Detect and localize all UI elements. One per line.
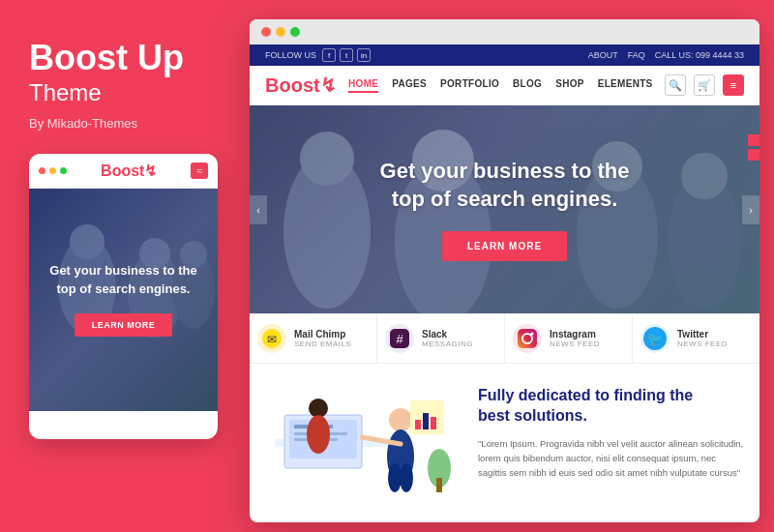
- mobile-dot-green: [60, 167, 67, 174]
- mobile-dot-red: [39, 167, 45, 174]
- instagram-icon: [513, 324, 542, 353]
- svg-point-32: [388, 463, 402, 492]
- menu-button[interactable]: ≡: [723, 74, 744, 96]
- mobile-window-dots: [39, 167, 67, 174]
- social-slack[interactable]: # Slack MESSAGING: [377, 314, 505, 363]
- browser-dot-red: [261, 27, 271, 37]
- hero-side-accent: [748, 134, 759, 161]
- site-logo: Boost↯: [265, 74, 337, 97]
- bottom-illustration: [265, 381, 459, 496]
- browser-dot-green: [290, 27, 300, 37]
- svg-rect-18: [518, 329, 537, 348]
- social-bar: ✉ Mail Chimp SEND EMAILS # Slack MESSAGI…: [250, 313, 759, 364]
- search-button[interactable]: 🔍: [665, 74, 686, 96]
- svg-point-33: [400, 463, 413, 492]
- mailchimp-text: Mail Chimp SEND EMAILS: [294, 329, 351, 348]
- about-link[interactable]: ABOUT: [588, 50, 618, 60]
- brand-title: Boost Up: [29, 39, 211, 77]
- browser-mockup: FOLLOW US f t in ABOUT FAQ CALL US: 099 …: [250, 19, 759, 522]
- svg-point-29: [389, 408, 412, 431]
- browser-dot-yellow: [276, 27, 285, 37]
- instagram-icon[interactable]: in: [357, 48, 371, 62]
- svg-point-13: [681, 153, 728, 199]
- svg-point-7: [300, 132, 354, 186]
- hero-title: Get your business to thetop of search en…: [380, 158, 630, 213]
- svg-point-1: [70, 224, 104, 259]
- hero-prev-button[interactable]: ‹: [250, 195, 267, 224]
- mobile-dot-yellow: [49, 167, 56, 174]
- svg-point-20: [531, 333, 534, 336]
- mailchimp-icon: ✉: [257, 324, 286, 353]
- slack-icon: #: [385, 324, 414, 353]
- mobile-logo: Boost↯: [101, 162, 157, 180]
- facebook-icon[interactable]: f: [322, 48, 336, 62]
- illustration-svg: [265, 381, 459, 492]
- site-nav: Boost↯ HOME PAGES PORTFOLIO BLOG SHOP EL…: [250, 66, 759, 105]
- hero-content: Get your business to thetop of search en…: [380, 158, 630, 260]
- nav-portfolio[interactable]: PORTFOLIO: [440, 78, 499, 93]
- twitter-icon[interactable]: t: [340, 48, 353, 62]
- site-hero: Get your business to thetop of search en…: [250, 105, 759, 313]
- twitter-text: Twitter NEWS FEED: [677, 329, 728, 348]
- follow-us-section: FOLLOW US f t in: [265, 48, 371, 62]
- brand-subtitle: Theme: [29, 79, 211, 106]
- bottom-text: Fully dedicated to finding thebest solut…: [478, 381, 744, 480]
- nav-links: HOME PAGES PORTFOLIO BLOG SHOP ELEMENTS: [348, 78, 653, 93]
- twitter-icon: 🐦: [640, 324, 670, 353]
- hero-learn-more-button[interactable]: LEARN MORE: [442, 231, 567, 261]
- instagram-text: Instagram NEWS FEED: [550, 329, 600, 348]
- slack-text: Slack MESSAGING: [422, 329, 473, 348]
- cart-button[interactable]: 🛒: [694, 74, 715, 96]
- svg-rect-41: [431, 417, 436, 429]
- brand-author: By Mikado-Themes: [29, 116, 211, 131]
- social-follow-icons: f t in: [322, 48, 371, 62]
- accent-dot-1: [748, 134, 759, 146]
- site-bottom-section: Fully dedicated to finding thebest solut…: [250, 364, 759, 514]
- site-topbar: FOLLOW US f t in ABOUT FAQ CALL US: 099 …: [250, 44, 759, 66]
- nav-shop[interactable]: SHOP: [555, 78, 584, 93]
- social-twitter[interactable]: 🐦 Twitter NEWS FEED: [633, 314, 759, 363]
- accent-dot-2: [748, 149, 759, 161]
- social-instagram[interactable]: Instagram NEWS FEED: [505, 314, 633, 363]
- left-panel: Boost Up Theme By Mikado-Themes Boost↯ ≈: [0, 0, 240, 532]
- follow-label: FOLLOW US: [265, 50, 316, 60]
- mobile-hamburger-button[interactable]: ≈: [191, 163, 208, 179]
- mobile-top-bar: Boost↯ ≈: [29, 154, 218, 189]
- svg-rect-37: [436, 478, 442, 492]
- svg-rect-39: [415, 420, 421, 429]
- svg-rect-40: [423, 413, 429, 429]
- nav-icons: 🔍 🛒 ≡: [665, 74, 744, 96]
- svg-point-35: [307, 415, 330, 454]
- svg-text:🐦: 🐦: [647, 331, 664, 347]
- bottom-heading: Fully dedicated to finding thebest solut…: [478, 386, 744, 427]
- nav-blog[interactable]: BLOG: [513, 78, 542, 93]
- hero-next-button[interactable]: ›: [742, 195, 759, 224]
- faq-link[interactable]: FAQ: [628, 50, 645, 60]
- nav-home[interactable]: HOME: [348, 78, 378, 93]
- social-mailchimp[interactable]: ✉ Mail Chimp SEND EMAILS: [250, 314, 377, 363]
- browser-chrome: [250, 19, 759, 44]
- mobile-learn-more-button[interactable]: LEARN MORE: [74, 313, 173, 337]
- bottom-quote: "Lorem Ipsum. Progravida nibh vel velit …: [478, 436, 744, 481]
- mobile-hero: Get your business to the top of search e…: [29, 189, 218, 411]
- mobile-hero-illustration: [29, 189, 218, 411]
- svg-text:#: #: [396, 332, 403, 346]
- nav-elements[interactable]: ELEMENTS: [598, 78, 653, 93]
- call-label: CALL US: 099 4444 33: [655, 50, 744, 60]
- nav-pages[interactable]: PAGES: [392, 78, 427, 93]
- mobile-hero-text: Get your business to the top of search e…: [43, 262, 204, 297]
- mobile-mockup: Boost↯ ≈ Get your business to the top of…: [29, 154, 218, 439]
- svg-text:✉: ✉: [267, 333, 277, 346]
- topbar-links: ABOUT FAQ CALL US: 099 4444 33: [588, 50, 744, 60]
